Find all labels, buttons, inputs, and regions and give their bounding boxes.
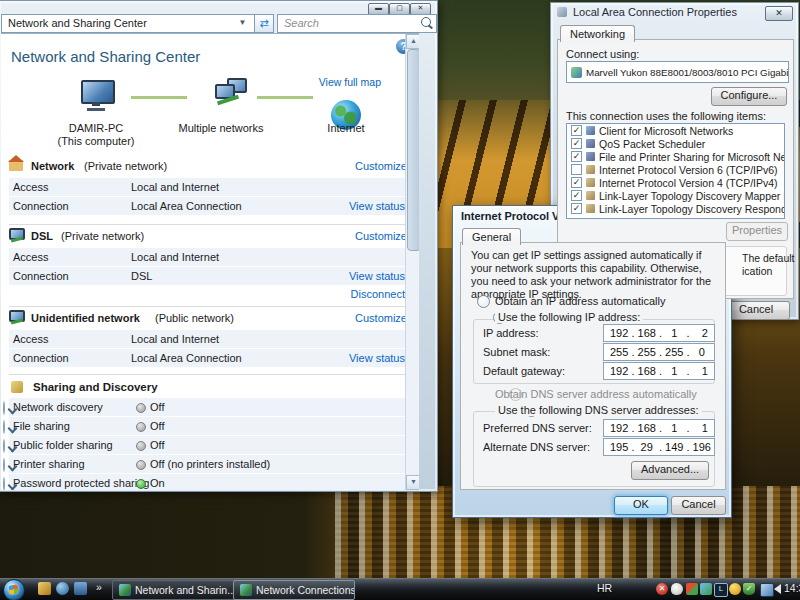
list-item[interactable]: ✓File and Printer Sharing for Microsoft …: [567, 150, 784, 163]
access-row: Access Local and Internet: [9, 178, 409, 196]
status-dot: [136, 422, 146, 432]
description-fragment: ication: [742, 265, 772, 277]
scroll-up-icon[interactable]: ▲: [406, 34, 419, 49]
protocol-icon: [586, 165, 595, 174]
tab-networking[interactable]: Networking: [560, 25, 635, 42]
view-status-link[interactable]: View status: [349, 267, 405, 285]
expand-chevron-icon[interactable]: [3, 439, 5, 453]
expand-chevron-icon[interactable]: [3, 458, 5, 472]
checkbox[interactable]: ✓: [571, 151, 582, 162]
tray-icon-4[interactable]: [700, 583, 712, 595]
task-label: Network and Sharin...: [135, 584, 236, 596]
divider: [9, 224, 409, 225]
map-connector: [131, 96, 187, 99]
checkbox[interactable]: ✓: [571, 138, 582, 149]
status-dot-on: [136, 479, 146, 489]
items-listbox[interactable]: ✓Client for Microsoft Networks ✓QoS Pack…: [566, 123, 785, 219]
taskbar-task-network-connections[interactable]: Network Connections: [233, 580, 355, 600]
search-input[interactable]: Search: [277, 14, 437, 33]
section-header-dsl: DSL (Private network) Customize: [9, 230, 409, 246]
cancel-button[interactable]: Cancel: [722, 301, 790, 320]
checkbox[interactable]: ✓: [571, 177, 582, 188]
list-item[interactable]: ✓Link-Layer Topology Discovery Mapper I/…: [567, 189, 784, 202]
list-item[interactable]: ✓QoS Packet Scheduler: [567, 137, 784, 150]
sharing-label: File sharing: [13, 417, 70, 435]
divider: [9, 306, 409, 307]
section-name: DSL: [31, 230, 53, 242]
expand-chevron-icon[interactable]: [3, 401, 5, 415]
customize-link[interactable]: Customize: [355, 160, 407, 172]
tray-icon-6[interactable]: [729, 583, 741, 595]
search-icon-handle: [428, 25, 433, 30]
alert-tray-icon[interactable]: ✕: [656, 583, 668, 595]
divider: [9, 374, 409, 375]
list-item[interactable]: Internet Protocol Version 6 (TCP/IPv6): [567, 163, 784, 176]
configure-button[interactable]: Configure...: [711, 87, 787, 106]
item-label: File and Printer Sharing for Microsoft N…: [599, 151, 785, 163]
language-indicator[interactable]: HR: [597, 582, 612, 594]
tray-icon-2[interactable]: [671, 583, 683, 595]
scrollbar[interactable]: ▲ ▼: [405, 34, 419, 490]
properties-button[interactable]: Properties: [726, 222, 788, 241]
disconnect-link[interactable]: Disconnect: [351, 286, 405, 302]
section-header-unidentified: Unidentified network (Public network) Cu…: [9, 312, 409, 328]
scrollbar-thumb[interactable]: [407, 49, 420, 251]
this-computer-icon[interactable]: [81, 80, 115, 104]
list-item[interactable]: ✓Internet Protocol Version 4 (TCP/IPv4): [567, 176, 784, 189]
list-item[interactable]: ✓Client for Microsoft Networks: [567, 124, 784, 137]
ipv4-dialog: Internet Protocol Version 4 (TCP/IPv4) P…: [452, 205, 732, 518]
tray-icon-3[interactable]: [686, 583, 698, 595]
sharing-row: File sharing Off: [9, 417, 409, 435]
address-dropdown-icon[interactable]: ▼: [235, 15, 250, 30]
clock[interactable]: 14:34: [784, 582, 800, 594]
section-header-network: Network (Private network) Customize: [9, 160, 409, 176]
sharing-discovery-header: Sharing and Discovery: [9, 381, 409, 397]
ip-address-field[interactable]: 192 . 168 . 1 . 2: [603, 324, 715, 342]
scroll-down-icon[interactable]: ▼: [406, 475, 419, 490]
section-name: Network: [31, 160, 74, 172]
alternate-dns-field[interactable]: 195 . 29 . 149 . 196: [603, 438, 715, 456]
checkbox[interactable]: ✓: [571, 125, 582, 136]
close-icon[interactable]: ✕: [765, 6, 793, 21]
refresh-icon[interactable]: ⇄: [254, 14, 274, 33]
alternate-dns-label: Alternate DNS server:: [483, 441, 590, 453]
view-status-link[interactable]: View status: [349, 349, 405, 367]
windows-flag-icon: [8, 584, 18, 594]
radio-obtain-ip-label[interactable]: Obtain an IP address automatically: [495, 295, 665, 307]
address-text: Network and Sharing Center: [8, 17, 147, 29]
quick-launch-chevron-icon[interactable]: »: [96, 581, 102, 593]
security-shield-icon[interactable]: ✓: [743, 583, 755, 595]
file-sharing-icon: [586, 152, 595, 161]
quick-launch-icon-1[interactable]: [38, 582, 51, 595]
row-label: Access: [13, 330, 48, 348]
quick-launch-icon-3[interactable]: [74, 582, 87, 595]
tab-general[interactable]: General: [462, 228, 521, 245]
subnet-mask-field[interactable]: 255 . 255 . 255 . 0: [603, 343, 715, 361]
quick-launch-icon-2[interactable]: [56, 582, 69, 595]
cancel-button[interactable]: Cancel: [671, 496, 726, 515]
advanced-button[interactable]: Advanced...: [631, 461, 709, 480]
view-status-link[interactable]: View status: [349, 197, 405, 215]
preferred-dns-field[interactable]: 192 . 168 . 1 . 1: [603, 419, 715, 437]
tray-icon-5[interactable]: L: [714, 583, 728, 597]
customize-link[interactable]: Customize: [355, 312, 407, 324]
taskbar-task-nsc[interactable]: Network and Sharin...: [112, 580, 244, 600]
list-item[interactable]: ✓Link-Layer Topology Discovery Responder: [567, 202, 784, 215]
checkbox[interactable]: ✓: [571, 190, 582, 201]
radio-use-dns-label[interactable]: Use the following DNS server addresses:: [495, 404, 702, 416]
expand-chevron-icon[interactable]: [3, 477, 5, 491]
view-full-map-link[interactable]: View full map: [319, 76, 381, 88]
checkbox[interactable]: [571, 164, 582, 175]
disconnect-row: Disconnect: [9, 286, 409, 302]
customize-link[interactable]: Customize: [355, 230, 407, 242]
tab-label: Networking: [570, 28, 625, 40]
radio-obtain-ip[interactable]: [477, 295, 490, 308]
default-gateway-field[interactable]: 192 . 168 . 1 . 1: [603, 362, 715, 380]
expand-chevron-icon[interactable]: [3, 420, 5, 434]
volume-icon[interactable]: [774, 584, 781, 594]
checkbox[interactable]: ✓: [571, 203, 582, 214]
ok-button[interactable]: OK: [614, 496, 668, 515]
network-tray-icon[interactable]: [760, 583, 774, 597]
address-bar[interactable]: Network and Sharing Center: [1, 14, 259, 33]
radio-use-ip-label[interactable]: Use the following IP address:: [495, 311, 643, 323]
